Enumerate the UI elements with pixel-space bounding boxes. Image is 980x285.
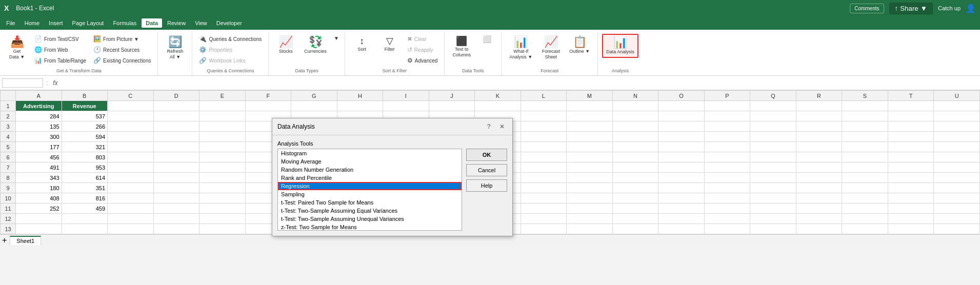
sheet-tab-sheet1[interactable]: Sheet1 [10, 236, 41, 245]
cell-r3-c1[interactable]: 266 [62, 121, 108, 132]
cell-r10-c18[interactable] [842, 193, 888, 203]
filter-button[interactable]: ▽ Filter [377, 34, 403, 55]
cell-r2-c1[interactable]: 537 [62, 111, 108, 121]
cell-r11-c15[interactable] [704, 203, 750, 214]
cell-r8-c13[interactable] [612, 173, 658, 183]
cell-r9-c14[interactable] [658, 183, 705, 193]
cell-r7-c1[interactable]: 953 [62, 162, 108, 173]
cell-r13-c18[interactable] [842, 224, 888, 234]
cell-r1-c16[interactable] [750, 101, 796, 111]
col-header-f[interactable]: F [245, 91, 291, 101]
cell-r11-c13[interactable] [612, 203, 658, 214]
cell-r7-c4[interactable] [199, 162, 246, 173]
formula-input[interactable] [62, 79, 978, 87]
cell-r4-c20[interactable] [934, 132, 980, 142]
cell-r6-c0[interactable]: 456 [16, 152, 62, 162]
col-header-i[interactable]: I [383, 91, 429, 101]
ok-button[interactable]: OK [466, 149, 507, 161]
cell-r2-c14[interactable] [658, 111, 705, 121]
col-header-g[interactable]: G [291, 91, 337, 101]
cell-r5-c16[interactable] [750, 142, 796, 152]
cell-r1-c12[interactable] [567, 101, 613, 111]
help-button[interactable]: Help [466, 179, 507, 192]
cell-r1-c13[interactable] [612, 101, 658, 111]
menu-file[interactable]: File [2, 18, 19, 28]
cell-r6-c4[interactable] [199, 152, 246, 162]
list-item[interactable]: Random Number Generation [278, 166, 462, 174]
cell-r1-c5[interactable] [245, 101, 291, 111]
cell-r3-c20[interactable] [934, 121, 980, 132]
list-item[interactable]: t-Test: Two-Sample Assuming Equal Varian… [278, 207, 462, 215]
list-item[interactable]: Histogram [278, 149, 462, 157]
cell-r10-c2[interactable] [108, 193, 154, 203]
cell-r12-c11[interactable] [521, 214, 567, 224]
list-item[interactable]: Rank and Percentile [278, 174, 462, 182]
cell-r13-c13[interactable] [612, 224, 658, 234]
cell-r9-c15[interactable] [704, 183, 750, 193]
cell-r9-c17[interactable] [796, 183, 842, 193]
cell-r8-c19[interactable] [888, 173, 934, 183]
menu-formulas[interactable]: Formulas [109, 18, 141, 28]
from-text-csv-button[interactable]: 📄 From Text/CSV [32, 34, 89, 44]
cell-r1-c9[interactable] [429, 101, 475, 111]
col-header-p[interactable]: P [704, 91, 750, 101]
col-header-j[interactable]: J [429, 91, 475, 101]
col-header-c[interactable]: C [108, 91, 154, 101]
cell-r3-c19[interactable] [888, 121, 934, 132]
cell-r1-c6[interactable] [291, 101, 337, 111]
cell-r6-c16[interactable] [750, 152, 796, 162]
cell-r5-c17[interactable] [796, 142, 842, 152]
cell-r12-c13[interactable] [612, 214, 658, 224]
cell-r4-c0[interactable]: 300 [16, 132, 62, 142]
cell-r10-c1[interactable]: 816 [62, 193, 108, 203]
list-item[interactable]: z-Test: Two Sample for Means [278, 223, 462, 231]
cell-r7-c17[interactable] [796, 162, 842, 173]
cell-r13-c14[interactable] [658, 224, 705, 234]
cell-r2-c13[interactable] [612, 111, 658, 121]
name-box[interactable]: L22 [2, 78, 43, 88]
cell-r2-c15[interactable] [704, 111, 750, 121]
from-picture-button[interactable]: 🖼️ From Picture ▼ [91, 34, 153, 44]
cell-r9-c12[interactable] [567, 183, 613, 193]
cell-r6-c19[interactable] [888, 152, 934, 162]
cell-r13-c1[interactable] [62, 224, 108, 234]
cell-r3-c4[interactable] [199, 121, 246, 132]
col-header-l[interactable]: L [521, 91, 567, 101]
cell-r9-c20[interactable] [934, 183, 980, 193]
cell-r1-c3[interactable] [153, 101, 199, 111]
cell-r3-c14[interactable] [658, 121, 705, 132]
cell-r11-c3[interactable] [153, 203, 199, 214]
advanced-button[interactable]: ⚙ Advanced [405, 55, 440, 66]
col-header-b[interactable]: B [62, 91, 108, 101]
menu-insert[interactable]: Insert [45, 18, 67, 28]
col-header-k[interactable]: K [475, 91, 521, 101]
menu-developer[interactable]: Developer [212, 18, 246, 28]
cell-r13-c3[interactable] [153, 224, 199, 234]
cell-r10-c11[interactable] [521, 193, 567, 203]
cell-r3-c18[interactable] [842, 121, 888, 132]
cell-r6-c2[interactable] [108, 152, 154, 162]
dialog-list[interactable]: HistogramMoving AverageRandom Number Gen… [277, 149, 462, 231]
cell-r6-c17[interactable] [796, 152, 842, 162]
cell-r11-c19[interactable] [888, 203, 934, 214]
cell-r6-c20[interactable] [934, 152, 980, 162]
stocks-button[interactable]: 📈 Stocks [273, 34, 298, 57]
cell-r8-c18[interactable] [842, 173, 888, 183]
cell-r12-c3[interactable] [153, 214, 199, 224]
cell-r8-c1[interactable]: 614 [62, 173, 108, 183]
get-data-button[interactable]: 📥 GetData ▼ [4, 34, 30, 63]
cell-r7-c12[interactable] [567, 162, 613, 173]
cell-r8-c11[interactable] [521, 173, 567, 183]
cell-r1-c0[interactable]: Advertising [16, 101, 62, 111]
cell-r9-c13[interactable] [612, 183, 658, 193]
cell-r12-c20[interactable] [934, 214, 980, 224]
cell-r11-c4[interactable] [199, 203, 246, 214]
cell-r3-c15[interactable] [704, 121, 750, 132]
cell-r8-c17[interactable] [796, 173, 842, 183]
cell-r7-c15[interactable] [704, 162, 750, 173]
col-header-m[interactable]: M [567, 91, 613, 101]
cell-r11-c11[interactable] [521, 203, 567, 214]
cell-r13-c2[interactable] [108, 224, 154, 234]
col-header-t[interactable]: T [888, 91, 934, 101]
cell-r8-c16[interactable] [750, 173, 796, 183]
